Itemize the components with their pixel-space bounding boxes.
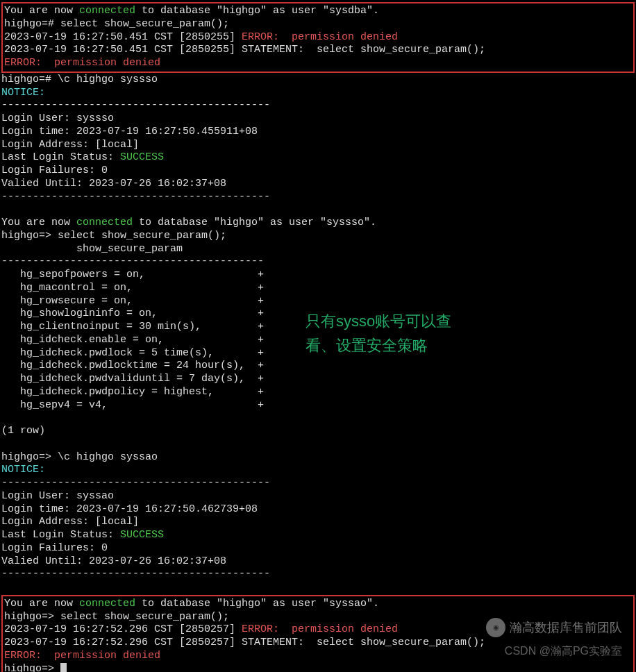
connected-word: connected xyxy=(76,217,133,228)
connect-line: You are now connected to database "highg… xyxy=(4,598,632,611)
statement-line: 2023-07-19 16:27:50.451 CST [2850255] ST… xyxy=(4,44,632,57)
login-user: Login User: syssao xyxy=(1,490,635,503)
login-time: Login time: 2023-07-19 16:27:50.455911+0… xyxy=(1,126,635,139)
login-time: Login time: 2023-07-19 16:27:50.462739+0… xyxy=(1,503,635,516)
result-separator: ----------------------------------------… xyxy=(1,255,635,269)
connect-line: You are now connected to database "highg… xyxy=(1,217,635,230)
param-row: hg_idcheck.pwdpolicy = highest, + xyxy=(1,386,635,399)
blank-line xyxy=(1,581,635,594)
param-row: hg_sepofpowers = on, + xyxy=(1,269,635,282)
watermark-csdn: CSDN @瀚高PG实验室 xyxy=(505,644,622,658)
login-address: Login Address: [local] xyxy=(1,516,635,529)
row-count: (1 row) xyxy=(1,425,635,438)
param-row: hg_macontrol = on, + xyxy=(1,282,635,295)
login-user: Login User: syssso xyxy=(1,112,635,126)
connected-word: connected xyxy=(79,5,135,17)
logo-icon: ◉ xyxy=(486,618,505,637)
cursor-icon xyxy=(60,663,67,672)
separator: ----------------------------------------… xyxy=(1,99,635,112)
error-line: 2023-07-19 16:27:50.451 CST [2850255] ER… xyxy=(4,31,632,44)
blank-line xyxy=(1,438,635,451)
annotation-text: 只有sysso账号可以查 看、设置安全策略 xyxy=(306,309,451,358)
sql-statement: highgo=# select show_secure_param(); xyxy=(4,18,632,31)
error-box-sysdba: You are now connected to database "highg… xyxy=(1,2,635,73)
connect-line: You are now connected to database "highg… xyxy=(4,5,632,18)
connected-word: connected xyxy=(79,598,135,610)
connect-command: highgo=> \c highgo syssao xyxy=(1,451,635,464)
connect-command: highgo=# \c highgo syssso xyxy=(1,74,635,87)
watermark-logo: ◉ 瀚高数据库售前团队 xyxy=(486,618,622,637)
separator: ----------------------------------------… xyxy=(1,477,635,490)
login-failures: Login Failures: 0 xyxy=(1,542,635,555)
error-text: ERROR: permission denied xyxy=(242,623,398,635)
status-success: SUCCESS xyxy=(120,151,164,163)
last-login-status: Last Login Status: SUCCESS xyxy=(1,529,635,542)
prompt-line[interactable]: highgo=> xyxy=(4,663,632,673)
valid-until: Valied Until: 2023-07-26 16:02:37+08 xyxy=(1,555,635,569)
notice-label: NOTICE: xyxy=(1,87,635,100)
valid-until: Valied Until: 2023-07-26 16:02:37+08 xyxy=(1,178,635,191)
blank-line xyxy=(1,203,635,217)
blank-row xyxy=(1,412,635,425)
param-row: hg_idcheck.pwdvaliduntil = 7 day(s), + xyxy=(1,373,635,386)
separator: ----------------------------------------… xyxy=(1,191,635,204)
error-summary: ERROR: permission denied xyxy=(4,57,632,70)
param-row: hg_sepv4 = v4, + xyxy=(1,399,635,412)
param-row: hg_idcheck.pwdlocktime = 24 hour(s), + xyxy=(1,360,635,373)
result-header: show_secure_param xyxy=(1,243,635,256)
sql-statement: highgo=> select show_secure_param(); xyxy=(1,230,635,243)
status-success: SUCCESS xyxy=(120,529,164,541)
notice-label: NOTICE: xyxy=(1,464,635,477)
error-text: ERROR: permission denied xyxy=(242,31,398,43)
param-row: hg_rowsecure = on, + xyxy=(1,295,635,308)
login-address: Login Address: [local] xyxy=(1,139,635,152)
login-failures: Login Failures: 0 xyxy=(1,165,635,178)
separator: ----------------------------------------… xyxy=(1,568,635,581)
last-login-status: Last Login Status: SUCCESS xyxy=(1,151,635,165)
